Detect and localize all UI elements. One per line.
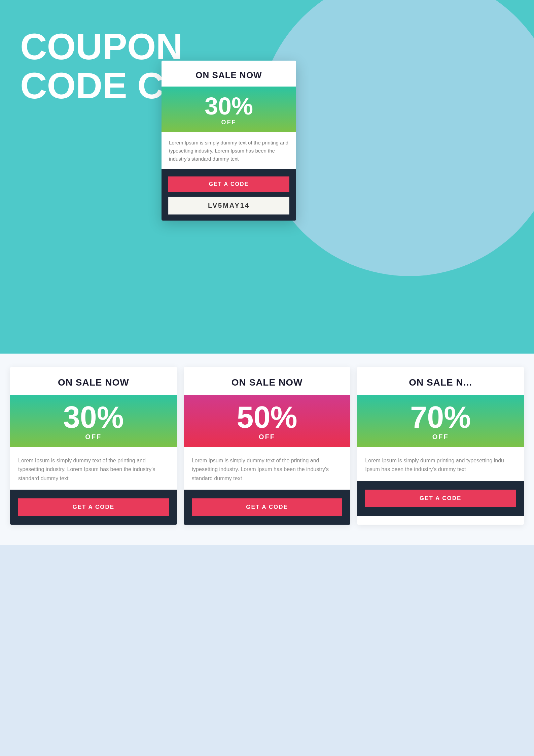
featured-card-footer: GET A CODE LV5MAY14: [162, 169, 296, 221]
featured-coupon-code: LV5MAY14: [168, 197, 289, 215]
featured-get-code-button[interactable]: GET A CODE: [168, 176, 289, 192]
card-3-title: ON SALE N...: [364, 377, 517, 388]
hero-circle-decoration: [258, 0, 534, 276]
card-2-discount-off: OFF: [259, 433, 275, 441]
featured-card-title: ON SALE NOW: [168, 70, 289, 80]
coupon-card-3: ON SALE N... 70% OFF Lorem Ipsum is simp…: [357, 367, 524, 525]
card-1-body: Lorem Ipsum is simply dummy text of the …: [10, 447, 177, 490]
featured-discount-percent: 30%: [205, 94, 253, 118]
card-3-description: Lorem Ipsum is simply dumm printing and …: [365, 456, 516, 474]
card-1-discount-off: OFF: [85, 433, 102, 441]
card-2-description: Lorem Ipsum is simply dummy text of the …: [192, 456, 343, 483]
coupon-card-2: ON SALE NOW 50% OFF Lorem Ipsum is simpl…: [184, 367, 351, 525]
cards-row: ON SALE NOW 30% OFF Lorem Ipsum is simpl…: [7, 367, 527, 525]
card-3-header: ON SALE N...: [357, 367, 524, 395]
featured-card-description: Lorem Ipsum is simply dummy text of the …: [169, 139, 289, 163]
featured-discount-banner: 30% OFF: [162, 87, 296, 132]
featured-discount-off: OFF: [221, 119, 237, 126]
card-2-discount-percent: 50%: [237, 402, 297, 432]
card-2-header: ON SALE NOW: [184, 367, 351, 395]
coupon-card-1: ON SALE NOW 30% OFF Lorem Ipsum is simpl…: [10, 367, 177, 525]
card-1-discount-percent: 30%: [63, 402, 124, 432]
bottom-section: ON SALE NOW 30% OFF Lorem Ipsum is simpl…: [0, 354, 534, 545]
card-2-footer: GET A CODE: [184, 490, 351, 525]
card-2-discount-banner: 50% OFF: [184, 395, 351, 447]
card-1-title: ON SALE NOW: [17, 377, 170, 388]
card-1-footer: GET A CODE: [10, 490, 177, 525]
card-1-get-code-button[interactable]: GET A CODE: [18, 498, 169, 516]
featured-card-body: Lorem Ipsum is simply dummy text of the …: [162, 132, 296, 169]
card-3-discount-banner: 70% OFF: [357, 395, 524, 447]
card-2-body: Lorem Ipsum is simply dummy text of the …: [184, 447, 351, 490]
card-2-get-code-button[interactable]: GET A CODE: [192, 498, 343, 516]
card-1-description: Lorem Ipsum is simply dummy text of the …: [18, 456, 169, 483]
featured-coupon-card: ON SALE NOW 30% OFF Lorem Ipsum is simpl…: [162, 61, 296, 221]
card-3-get-code-button[interactable]: GET A CODE: [365, 490, 516, 507]
featured-card-header: ON SALE NOW: [162, 61, 296, 87]
card-1-discount-banner: 30% OFF: [10, 395, 177, 447]
card-3-body: Lorem Ipsum is simply dumm printing and …: [357, 447, 524, 481]
card-1-header: ON SALE NOW: [10, 367, 177, 395]
card-3-footer: GET A CODE: [357, 481, 524, 516]
card-2-title: ON SALE NOW: [190, 377, 344, 388]
card-3-discount-off: OFF: [432, 433, 449, 441]
card-3-discount-percent: 70%: [410, 402, 471, 432]
hero-section: COUPON CODE CARD ON SALE NOW 30% OFF Lor…: [0, 0, 534, 354]
